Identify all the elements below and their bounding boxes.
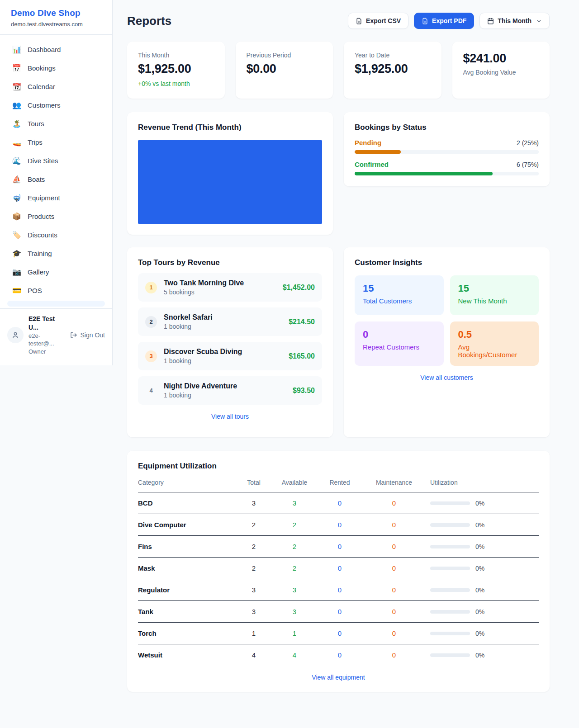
insight-label: Avg Bookings/Customer (458, 343, 531, 359)
tour-row-snorkel-safari[interactable]: 2 Snorkel Safari 1 booking $214.50 (138, 307, 322, 336)
status-value: 6 (75%) (517, 161, 539, 168)
user-email: e2e-tester@... (28, 332, 65, 348)
sidebar-item-label: POS (28, 287, 42, 294)
sidebar-item-tours[interactable]: 🏝️ Tours (7, 115, 105, 132)
sidebar-item-products[interactable]: 📦 Products (7, 208, 105, 225)
equipment-category: BCD (138, 499, 236, 507)
equipment-row-torch: Torch 1 1 0 0 0% (138, 623, 539, 644)
insight-label: Total Customers (363, 297, 436, 305)
sidebar-item-calendar[interactable]: 📆 Calendar (7, 78, 105, 95)
stat-card-year-to-date: Year to Date $1,925.00 (344, 42, 441, 99)
utilization-bar-track (430, 632, 470, 635)
stat-label: This Month (138, 52, 214, 59)
column-header-available: Available (272, 479, 317, 486)
sidebar-item-label: Trips (28, 138, 43, 146)
equipment-maintenance: 0 (362, 608, 426, 615)
utilization-bar-track (430, 588, 470, 592)
equipment-utilization-title: Equipment Utilization (138, 462, 539, 471)
sidebar-item-training[interactable]: 🎓 Training (7, 245, 105, 262)
shop-domain: demo.test.divestreams.com (11, 21, 101, 28)
equipment-rented: 0 (317, 564, 362, 572)
discounts-icon: 🏷️ (12, 231, 22, 239)
equipment-category: Torch (138, 629, 236, 637)
sidebar-item-dashboard[interactable]: 📊 Dashboard (7, 41, 105, 58)
equipment-available: 2 (272, 564, 317, 572)
sidebar-item-customers[interactable]: 👥 Customers (7, 97, 105, 113)
top-tours-title: Top Tours by Revenue (138, 258, 322, 267)
sidebar-item-gallery[interactable]: 📷 Gallery (7, 264, 105, 280)
bookings-by-status-card: Bookings by Status Pending 2 (25%) Confi… (344, 112, 550, 186)
status-bar-fill (355, 150, 401, 154)
tour-row-two-tank-morning-dive[interactable]: 1 Two Tank Morning Dive 5 bookings $1,45… (138, 273, 322, 302)
tour-rows: 1 Two Tank Morning Dive 5 bookings $1,45… (138, 273, 322, 405)
top-tours-card: Top Tours by Revenue 1 Two Tank Morning … (127, 247, 333, 437)
tour-bookings: 5 bookings (164, 288, 244, 296)
utilization-bar-track (430, 567, 470, 570)
tour-bookings: 1 booking (164, 323, 213, 330)
stat-card-previous-period: Previous Period $0.00 (236, 42, 333, 99)
pos-icon: 💳 (12, 286, 22, 295)
sidebar-item-label: Bookings (28, 64, 56, 72)
tour-info: Discover Scuba Diving 1 booking (164, 348, 242, 364)
sidebar-item-pos[interactable]: 💳 POS (7, 282, 105, 299)
tour-row-discover-scuba-diving[interactable]: 3 Discover Scuba Diving 1 booking $165.0… (138, 342, 322, 370)
insight-value: 0 (363, 329, 436, 340)
utilization-percent: 0% (475, 630, 484, 637)
rank-badge: 4 (145, 385, 157, 397)
sidebar-item-trips[interactable]: 🚤 Trips (7, 134, 105, 151)
sidebar-item-label: Products (28, 213, 54, 220)
sidebar-item-discounts[interactable]: 🏷️ Discounts (7, 227, 105, 243)
sign-out-button[interactable]: Sign Out (70, 331, 105, 339)
sidebar-item-dive-sites[interactable]: 🌊 Dive Sites (7, 152, 105, 169)
equipment-category: Fins (138, 543, 236, 550)
utilization-bar-track (430, 653, 470, 657)
equipment-utilization-cell: 0% (426, 586, 539, 594)
utilization-bar-track (430, 610, 470, 614)
avatar (7, 327, 24, 343)
insight-label: New This Month (458, 297, 531, 305)
export-pdf-label: Export PDF (432, 17, 466, 24)
file-download-icon (422, 18, 428, 24)
gallery-icon: 📷 (12, 268, 22, 276)
equipment-rented: 0 (317, 629, 362, 637)
sidebar-item-reports-partial[interactable] (7, 301, 105, 307)
equipment-available: 3 (272, 608, 317, 615)
equipment-table-body: BCD 3 3 0 0 0% Dive Computer 2 2 0 0 (138, 492, 539, 666)
tour-row-night-dive-adventure[interactable]: 4 Night Dive Adventure 1 booking $93.50 (138, 376, 322, 405)
status-row-confirmed: Confirmed 6 (75%) (355, 161, 539, 175)
period-dropdown[interactable]: This Month (479, 13, 550, 29)
utilization-bar-track (430, 501, 470, 505)
stat-card-avg-booking-value: $241.00 Avg Booking Value (452, 42, 550, 99)
calendar-icon: 📆 (12, 82, 22, 91)
page-title: Reports (127, 14, 171, 28)
equipment-total: 4 (236, 651, 272, 659)
view-all-tours-link[interactable]: View all tours (138, 413, 322, 420)
view-all-equipment-link[interactable]: View all equipment (138, 674, 539, 681)
page-header: Reports Export CSV Export PDF (127, 13, 550, 29)
sidebar-item-bookings[interactable]: 📅 Bookings (7, 60, 105, 76)
equipment-rented: 0 (317, 543, 362, 550)
equipment-rented: 0 (317, 586, 362, 594)
view-all-customers-link[interactable]: View all customers (355, 374, 539, 381)
equipment-rented: 0 (317, 608, 362, 615)
stat-label: Year to Date (355, 52, 431, 59)
tour-name: Discover Scuba Diving (164, 348, 242, 356)
export-pdf-button[interactable]: Export PDF (414, 13, 474, 29)
equipment-rented: 0 (317, 499, 362, 507)
user-section: E2E Test U... e2e-tester@... Owner Sign … (0, 308, 112, 365)
equipment-total: 1 (236, 629, 272, 637)
column-header-utilization: Utilization (426, 479, 539, 486)
customer-insights-title: Customer Insights (355, 258, 539, 267)
equipment-utilization-cell: 0% (426, 500, 539, 507)
equipment-maintenance: 0 (362, 499, 426, 507)
utilization-percent: 0% (475, 565, 484, 572)
export-csv-button[interactable]: Export CSV (348, 13, 408, 29)
insight-tile-avg-bookings-customer: 0.5 Avg Bookings/Customer (450, 321, 539, 366)
column-header-maintenance: Maintenance (362, 479, 426, 486)
sidebar-item-boats[interactable]: ⛵ Boats (7, 171, 105, 188)
revenue-trend-title: Revenue Trend (This Month) (138, 123, 322, 132)
equipment-category: Mask (138, 564, 236, 572)
equipment-maintenance: 0 (362, 543, 426, 550)
status-label: Pending (355, 139, 381, 147)
sidebar-item-equipment[interactable]: 🤿 Equipment (7, 189, 105, 206)
